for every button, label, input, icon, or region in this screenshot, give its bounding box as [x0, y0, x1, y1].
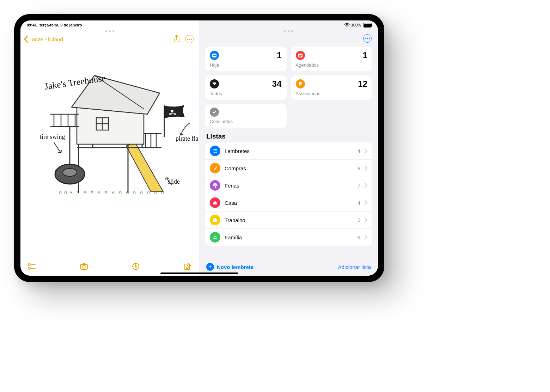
- ipad-frame: 09:41 terça-feira, 9 de janeiro Todas - …: [14, 14, 384, 282]
- chevron-right-icon: [365, 218, 367, 222]
- notes-app: 09:41 terça-feira, 9 de janeiro Todas - …: [20, 20, 199, 276]
- reminders-app: 100% 1: [199, 20, 378, 276]
- chevron-right-icon: [365, 200, 367, 205]
- card-today[interactable]: 1 Hoje: [205, 47, 287, 71]
- list-name: Compras: [225, 165, 353, 171]
- svg-rect-34: [80, 264, 87, 269]
- wifi-icon: [344, 23, 350, 27]
- chevron-right-icon: [365, 148, 367, 153]
- house-icon: [210, 197, 220, 208]
- list-count: 4: [358, 148, 360, 154]
- compose-icon: [184, 262, 192, 271]
- card-today-count: 1: [277, 50, 281, 60]
- list-item[interactable]: Lembretes 4: [205, 142, 372, 160]
- svg-point-51: [213, 149, 214, 150]
- status-bar-right: 100%: [199, 20, 378, 29]
- home-indicator[interactable]: [160, 272, 238, 274]
- list-count: 4: [358, 200, 360, 206]
- share-icon: [173, 35, 180, 43]
- card-scheduled-count: 1: [363, 50, 367, 60]
- svg-point-32: [28, 267, 30, 269]
- umbrella-icon: [210, 180, 220, 191]
- notes-header: Todas - iCloud: [20, 33, 199, 45]
- checklist-icon: [28, 262, 36, 271]
- flag-icon: [296, 79, 305, 88]
- svg-text:tire swing: tire swing: [40, 133, 65, 140]
- new-reminder-button[interactable]: + Novo lembrete: [206, 263, 253, 271]
- svg-point-30: [28, 264, 30, 266]
- multitask-dots-right[interactable]: [199, 29, 378, 33]
- chevron-right-icon: [365, 235, 367, 240]
- inbox-icon: [210, 79, 219, 88]
- svg-point-45: [301, 55, 302, 56]
- list-name: Casa: [225, 200, 353, 206]
- markup-icon: [132, 262, 140, 271]
- chevron-right-icon: [365, 183, 367, 188]
- status-time: 09:41: [27, 23, 37, 27]
- card-flagged[interactable]: 12 Assinalados: [291, 75, 373, 100]
- status-date: terça-feira, 9 de janeiro: [39, 23, 82, 27]
- camera-button[interactable]: [80, 262, 88, 271]
- share-button[interactable]: [173, 35, 180, 43]
- chevron-right-icon: [365, 166, 367, 171]
- user-lists: Lembretes 4 Compras 8 Férias 7: [205, 142, 372, 246]
- list-item[interactable]: Casa 4: [205, 194, 372, 212]
- add-list-button[interactable]: Adicionar lista: [338, 264, 371, 270]
- card-scheduled-label: Agendados: [296, 62, 368, 68]
- chevron-left-icon: [24, 36, 29, 43]
- ellipsis-icon: [363, 34, 372, 43]
- add-list-label: Adicionar lista: [338, 264, 371, 270]
- svg-point-53: [213, 152, 214, 153]
- lists-section-title: Listas: [199, 128, 378, 142]
- card-flagged-count: 12: [358, 79, 367, 89]
- more-button[interactable]: [185, 35, 194, 43]
- list-item[interactable]: Trabalho 5: [205, 212, 372, 229]
- smart-lists: 1 Hoje 1 Agendados: [199, 45, 378, 128]
- checkmark-icon: [210, 108, 219, 117]
- card-all[interactable]: 34 Todos: [205, 75, 287, 100]
- multitask-dots-left[interactable]: [20, 29, 199, 33]
- svg-point-47: [300, 56, 301, 57]
- back-label: Todas - iCloud: [29, 36, 63, 42]
- svg-point-23: [63, 169, 77, 176]
- list-item[interactable]: Férias 7: [205, 177, 372, 194]
- list-name: Família: [225, 234, 353, 240]
- markup-button[interactable]: [132, 262, 140, 271]
- note-canvas[interactable]: Jake's Treehouse tire swing pirate flag …: [20, 45, 199, 259]
- card-all-label: Todos: [210, 91, 282, 96]
- plus-circle-icon: +: [206, 263, 214, 271]
- card-flagged-label: Assinalados: [296, 91, 368, 96]
- svg-point-44: [300, 55, 301, 56]
- list-count: 7: [358, 183, 360, 189]
- list-icon: [210, 146, 220, 156]
- treehouse-sketch: Jake's Treehouse tire swing pirate flag …: [20, 45, 198, 208]
- list-name: Trabalho: [225, 217, 353, 223]
- svg-point-35: [82, 265, 85, 268]
- ellipsis-icon: [185, 35, 194, 43]
- svg-point-56: [214, 236, 215, 237]
- list-item[interactable]: Compras 8: [205, 160, 372, 177]
- battery-icon: [363, 23, 372, 27]
- card-completed[interactable]: Concluídos: [205, 104, 287, 128]
- carrot-icon: [210, 163, 220, 173]
- card-scheduled[interactable]: 1 Agendados: [291, 47, 373, 71]
- list-name: Lembretes: [225, 148, 353, 154]
- svg-point-43: [299, 55, 300, 56]
- svg-point-38: [347, 26, 347, 27]
- battery-percent: 100%: [351, 23, 361, 27]
- back-button[interactable]: Todas - iCloud: [24, 36, 63, 43]
- calendar-today-icon: [210, 51, 219, 60]
- svg-rect-55: [214, 218, 216, 219]
- compose-button[interactable]: [184, 262, 192, 271]
- calendar-icon: [296, 51, 305, 60]
- reminders-more-button[interactable]: [363, 34, 372, 43]
- svg-point-46: [299, 56, 300, 57]
- svg-rect-41: [213, 55, 216, 56]
- svg-rect-54: [213, 219, 217, 222]
- list-item[interactable]: Família 6: [205, 229, 372, 246]
- svg-text:slide: slide: [168, 178, 180, 185]
- list-count: 6: [358, 234, 360, 240]
- checklist-button[interactable]: [28, 262, 36, 271]
- card-completed-label: Concluídos: [210, 119, 282, 124]
- new-reminder-label: Novo lembrete: [217, 264, 253, 270]
